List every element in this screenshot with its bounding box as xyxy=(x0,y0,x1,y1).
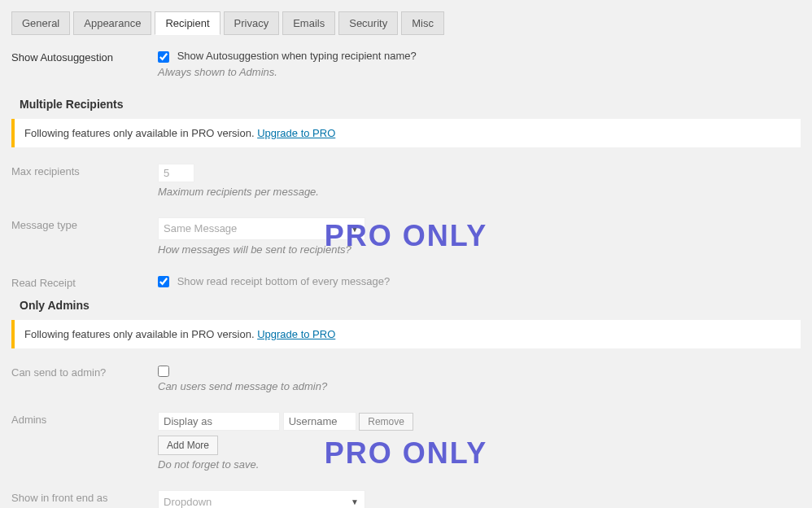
label-show-frontend: Show in front end as xyxy=(11,490,158,504)
row-max-recipients: Max recipients Maximum recipients per me… xyxy=(11,164,801,198)
checkbox-show-autosuggestion[interactable] xyxy=(158,51,169,63)
add-more-button[interactable]: Add More xyxy=(158,436,218,455)
section-multiple-recipients: Multiple Recipients xyxy=(20,98,801,111)
help-max-recipients: Maximum recipients per message. xyxy=(158,186,801,198)
select-message-type[interactable]: Same Message xyxy=(158,217,365,240)
pro-section-1: PRO ONLY Max recipients Maximum recipien… xyxy=(11,164,801,289)
checkbox-can-send-admin[interactable] xyxy=(158,366,169,377)
notice-text-1: Following features only available in PRO… xyxy=(24,127,255,139)
upgrade-link-2[interactable]: Upgrade to PRO xyxy=(257,328,335,340)
tab-emails[interactable]: Emails xyxy=(282,11,335,35)
remove-button[interactable]: Remove xyxy=(359,413,413,431)
help-autosuggestion: Always shown to Admins. xyxy=(158,66,801,78)
row-can-send-admin: Can send to admin? Can users send messag… xyxy=(11,365,801,393)
row-show-frontend: Show in front end as Dropdown ▼ Select h… xyxy=(11,490,801,508)
checkbox-label-read-receipt: Show read receipt bottom of every messag… xyxy=(177,275,391,287)
checkbox-read-receipt[interactable] xyxy=(158,276,169,287)
notice-text-2: Following features only available in PRO… xyxy=(24,328,255,340)
row-message-type: Message type Same Message ▼ How messages… xyxy=(11,217,801,256)
tab-security[interactable]: Security xyxy=(338,11,398,35)
label-admins: Admins xyxy=(11,412,158,426)
pro-section-2: PRO ONLY Can send to admin? Can users se… xyxy=(11,365,801,508)
tab-misc[interactable]: Misc xyxy=(401,11,444,35)
upgrade-link-1[interactable]: Upgrade to PRO xyxy=(257,127,335,139)
label-show-autosuggestion: Show Autosuggestion xyxy=(11,50,158,64)
checkbox-label-autosuggestion: Show Autosuggestion when typing recipien… xyxy=(177,50,417,62)
label-can-send-admin: Can send to admin? xyxy=(11,365,158,379)
tabs-nav: General Appearance Recipient Privacy Ema… xyxy=(11,11,801,35)
row-show-autosuggestion: Show Autosuggestion Show Autosuggestion … xyxy=(11,50,801,78)
help-can-send-admin: Can users send message to admin? xyxy=(158,380,801,392)
notice-pro-2: Following features only available in PRO… xyxy=(11,320,801,348)
row-admins: Admins Remove Add More Do not forget to … xyxy=(11,412,801,471)
tab-recipient[interactable]: Recipient xyxy=(155,11,220,35)
help-admins: Do not forget to save. xyxy=(158,458,801,471)
help-message-type: How messages will be sent to recipients? xyxy=(158,243,801,256)
input-max-recipients[interactable] xyxy=(158,164,194,182)
row-read-receipt: Read Receipt Show read receipt bottom of… xyxy=(11,275,801,289)
select-show-frontend[interactable]: Dropdown xyxy=(158,490,365,508)
label-max-recipients: Max recipients xyxy=(11,164,158,177)
tab-appearance[interactable]: Appearance xyxy=(73,11,151,35)
label-read-receipt: Read Receipt xyxy=(11,275,158,289)
section-only-admins: Only Admins xyxy=(20,299,801,312)
input-display-as[interactable] xyxy=(158,412,280,431)
notice-pro-1: Following features only available in PRO… xyxy=(11,119,801,147)
tab-general[interactable]: General xyxy=(11,11,70,35)
tab-privacy[interactable]: Privacy xyxy=(224,11,280,35)
label-message-type: Message type xyxy=(11,217,158,231)
input-username[interactable] xyxy=(283,412,356,431)
